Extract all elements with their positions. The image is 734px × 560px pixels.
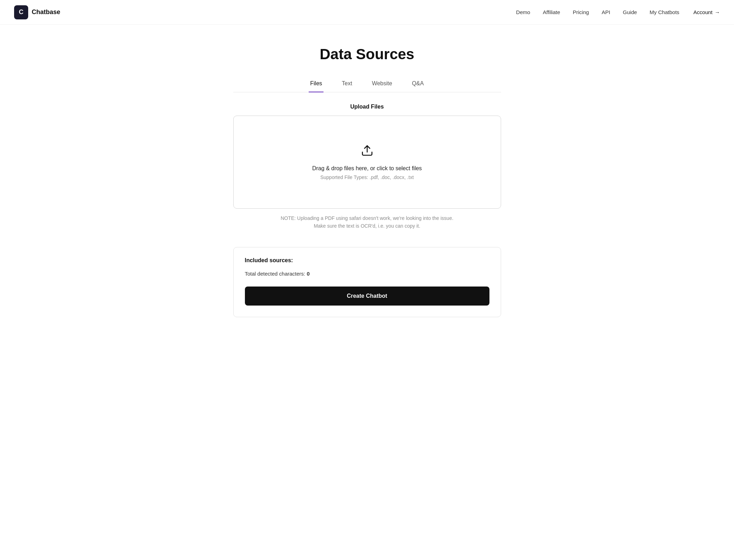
tab-website[interactable]: Website [370,77,394,92]
nav-item-my-chatbots[interactable]: My Chatbots [650,9,679,15]
upload-note: NOTE: Uploading a PDF using safari doesn… [279,214,455,230]
nav-item-affiliate[interactable]: Affiliate [543,9,560,15]
nav-links: Demo Affiliate Pricing API Guide My Chat… [516,9,679,16]
navbar: C Chatbase Demo Affiliate Pricing API Gu… [0,0,734,25]
characters-count: 0 [307,271,309,277]
tab-text[interactable]: Text [340,77,353,92]
drag-drop-text: Drag & drop files here, or click to sele… [312,165,422,172]
nav-item-guide[interactable]: Guide [623,9,637,15]
data-source-tabs: Files Text Website Q&A [233,77,501,92]
upload-section: Upload Files Drag & drop files here, or … [233,104,501,230]
tab-qa[interactable]: Q&A [411,77,425,92]
upload-label: Upload Files [233,104,501,110]
account-link[interactable]: Account → [693,9,720,15]
nav-item-api[interactable]: API [602,9,610,15]
account-arrow: → [715,9,720,15]
upload-icon [361,144,374,158]
included-sources-title: Included sources: [245,257,489,264]
create-chatbot-button[interactable]: Create Chatbot [245,287,489,306]
upload-dropzone[interactable]: Drag & drop files here, or click to sele… [233,116,501,209]
page-title: Data Sources [233,46,501,63]
characters-row: Total detected characters: 0 [245,271,489,277]
included-sources-card: Included sources: Total detected charact… [233,247,501,317]
logo-icon: C [14,5,28,19]
main-content: Data Sources Files Text Website Q&A Uplo… [226,25,508,345]
supported-types: Supported File Types: .pdf, .doc, .docx,… [320,174,414,180]
account-label: Account [693,9,713,15]
tab-files[interactable]: Files [309,77,323,92]
logo-link[interactable]: C Chatbase [14,5,60,19]
nav-item-pricing[interactable]: Pricing [573,9,589,15]
logo-text: Chatbase [32,8,60,16]
characters-label: Total detected characters: [245,271,306,277]
nav-item-demo[interactable]: Demo [516,9,530,15]
